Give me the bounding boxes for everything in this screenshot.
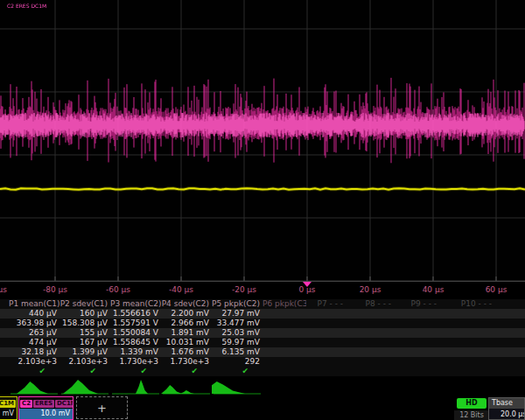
p3-value: 1.556616 V	[110, 309, 161, 318]
p2-status-icon: ✔	[60, 367, 110, 375]
p5-sdev: 6.135 mV	[212, 347, 262, 357]
p5-min: 25.03 mV	[212, 328, 262, 338]
histicon-strip	[0, 376, 525, 396]
c2-eres-badge: ERES	[33, 400, 54, 408]
tick-label: -60 µs	[99, 285, 137, 294]
measure-table: P1 mean(C1) 440 µV 363.98 µV 263 µV 474 …	[0, 299, 525, 376]
p4-sdev: 1.676 mV	[161, 347, 212, 357]
c2-coupling-badge: DC1M	[55, 400, 74, 408]
timebase-scale: 20.0 µs	[489, 409, 524, 420]
c1-coupling-badge: DC1M	[0, 400, 16, 408]
tick-label: -40 µs	[162, 285, 200, 294]
p2-max: 167 µV	[60, 338, 110, 347]
p4-num: 1.730e+3	[161, 357, 212, 367]
p2-value: 160 µV	[60, 309, 110, 318]
measure-header-p2[interactable]: P2 sdev(C1)	[60, 299, 110, 309]
p1-status-icon: ✔	[9, 367, 60, 375]
p3-histicon[interactable]	[110, 376, 161, 396]
p2-sdev: 1.399 µV	[60, 347, 110, 357]
trigger-position-marker[interactable]	[303, 282, 312, 287]
p1-num: 2.103e+3	[9, 357, 60, 367]
p2-min: 155 µV	[60, 328, 110, 338]
p4-min: 1.891 mV	[161, 328, 212, 338]
time-axis: -100 µs -80 µs -60 µs -40 µs -20 µs 0 µs…	[0, 282, 525, 298]
measure-header-p1[interactable]: P1 mean(C1)	[9, 299, 60, 309]
timebase-box[interactable]: Tbase 20.0 µs	[488, 397, 525, 420]
measure-header-p4[interactable]: P4 sdev(C2)	[161, 299, 212, 309]
p3-max: 1.558645 V	[110, 338, 161, 347]
p5-mean: 33.477 mV	[212, 318, 262, 328]
measure-column-p2: P2 sdev(C1) 160 µV 158.308 µV 155 µV 167…	[60, 299, 110, 375]
p4-mean: 2.966 mV	[161, 318, 212, 328]
tick-label: 60 µs	[477, 285, 515, 294]
measure-header-p5[interactable]: P5 pkpk(C2)	[212, 299, 262, 309]
measure-header-p9[interactable]: P9 - - -	[393, 299, 437, 309]
p3-status-icon: ✔	[110, 367, 161, 375]
timebase-title: Tbase	[489, 398, 524, 409]
p1-value: 440 µV	[9, 309, 60, 318]
measure-column-p1: P1 mean(C1) 440 µV 363.98 µV 263 µV 474 …	[9, 299, 60, 375]
p2-mean: 158.308 µV	[60, 318, 110, 328]
measure-header-p7[interactable]: P7 - - -	[299, 299, 343, 309]
tick-label: -100 µs	[0, 285, 11, 294]
p1-histicon[interactable]	[9, 376, 60, 396]
hd-mode-badge[interactable]: HD	[457, 398, 486, 409]
c1-descriptor-box[interactable]: DC1M 0 mV	[0, 396, 18, 420]
adc-bits-label: 12 Bits	[454, 410, 489, 420]
p3-sdev: 1.339 mV	[110, 347, 161, 357]
p5-histicon[interactable]	[212, 376, 262, 396]
c1-scale-value: 0 mV	[0, 409, 17, 419]
p2-num: 2.103e+3	[60, 357, 110, 367]
measure-header-p8[interactable]: P8 - - -	[347, 299, 391, 309]
tick-label: -20 µs	[225, 285, 263, 294]
c2-channel-badge: C2	[20, 400, 32, 408]
p1-sdev: 32.18 µV	[9, 347, 60, 357]
p1-mean: 363.98 µV	[9, 318, 60, 328]
p3-num: 1.730e+3	[110, 357, 161, 367]
descriptor-bar: DC1M 0 mV C2 ERES DC1M 10.0 mV + HD 12 B…	[0, 396, 525, 420]
p4-status-icon: ✔	[161, 367, 212, 375]
p1-min: 263 µV	[9, 328, 60, 338]
p5-status-icon: ✔	[212, 367, 262, 375]
p5-max: 59.97 mV	[212, 338, 262, 347]
p4-max: 10.031 mV	[161, 338, 212, 347]
trace-annotation: C2 ERES DC1M	[7, 3, 46, 10]
tick-label: 20 µs	[351, 285, 389, 294]
waveform-grid: C2 ERES DC1M	[0, 0, 525, 282]
c2-descriptor-box[interactable]: C2 ERES DC1M 10.0 mV	[18, 396, 74, 420]
tick-label: -80 µs	[36, 285, 74, 294]
p5-num: 292	[212, 357, 262, 367]
measure-header-p3[interactable]: P3 mean(C2)	[110, 299, 161, 309]
c2-scale-value: 10.0 mV	[19, 409, 73, 419]
add-channel-button[interactable]: +	[76, 396, 128, 419]
p3-min: 1.550084 V	[110, 328, 161, 338]
p1-max: 474 µV	[9, 338, 60, 347]
graticule	[0, 0, 525, 282]
p5-value: 27.97 mV	[212, 309, 262, 318]
measure-column-p5: P5 pkpk(C2) 27.97 mV 33.477 mV 25.03 mV …	[212, 299, 262, 375]
plus-icon: +	[97, 402, 107, 414]
tick-label: 40 µs	[414, 285, 452, 294]
measure-column-p3: P3 mean(C2) 1.556616 V 1.557591 V 1.5500…	[110, 299, 161, 375]
p4-histicon[interactable]	[161, 376, 212, 396]
p2-histicon[interactable]	[60, 376, 110, 396]
p3-mean: 1.557591 V	[110, 318, 161, 328]
measure-header-p10[interactable]: P10 - - -	[448, 299, 492, 309]
p4-value: 2.200 mV	[161, 309, 212, 318]
measure-column-p4: P4 sdev(C2) 2.200 mV 2.966 mV 1.891 mV 1…	[161, 299, 212, 375]
